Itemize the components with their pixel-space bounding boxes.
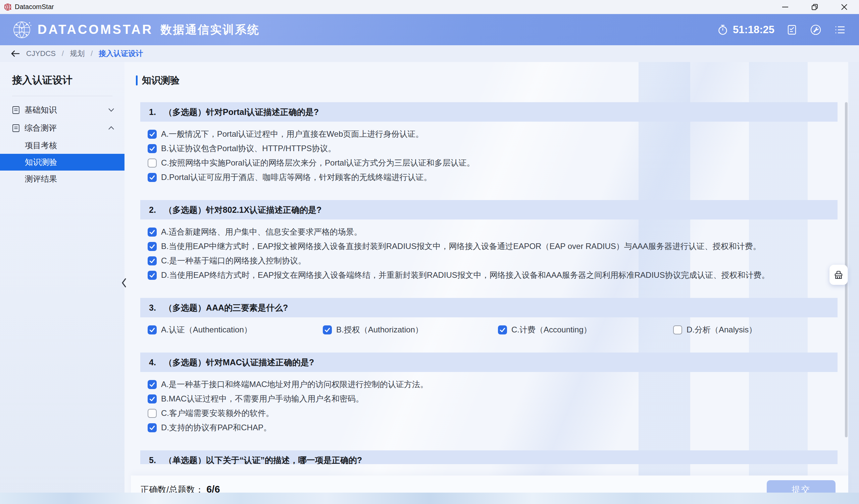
- option-label: C.是一种基于端口的网络接入控制协议。: [161, 255, 306, 266]
- clear-tool-button[interactable]: [829, 265, 848, 285]
- sidebar: 接入认证设计 基础知识 综合测评 项目考核 知识测验 测评结果: [0, 62, 124, 504]
- option-label: B.MAC认证过程中，不需要用户手动输入用户名和密码。: [161, 393, 364, 404]
- tools-button[interactable]: [809, 23, 822, 36]
- breadcrumb-separator: /: [62, 49, 64, 58]
- checkbox-unchecked-icon[interactable]: [148, 158, 157, 168]
- question-header: 3.（多选题）AAA的三要素是什么?: [140, 298, 838, 317]
- option-label: D.支持的协议有PAP和CHAP。: [161, 422, 271, 433]
- options-group: A.一般情况下，Portal认证过程中，用户直接在Web页面上进行身份认证。B.…: [131, 122, 848, 188]
- app-logo-icon: [3, 3, 12, 11]
- breadcrumb-item-planning[interactable]: 规划: [70, 49, 85, 59]
- question-block: 4.（多选题）针对MAC认证描述正确的是?A.是一种基于接口和终端MAC地址对用…: [131, 352, 848, 439]
- option-row[interactable]: C.计费（Accounting）: [498, 325, 673, 335]
- checkbox-checked-icon[interactable]: [498, 326, 507, 334]
- sidebar-collapse-handle[interactable]: [121, 278, 127, 288]
- sidebar-item-assessment-results[interactable]: 测评结果: [0, 171, 124, 187]
- question-title: （多选题）针对Portal认证描述正确的是?: [164, 107, 319, 117]
- option-row[interactable]: A.认证（Authentication）: [148, 325, 323, 335]
- option-row[interactable]: B.MAC认证过程中，不需要用户手动输入用户名和密码。: [148, 394, 838, 404]
- checkbox-checked-icon[interactable]: [148, 130, 157, 139]
- checkbox-unchecked-icon[interactable]: [148, 409, 157, 418]
- list-menu-icon: [833, 24, 847, 35]
- option-row[interactable]: B.当使用EAP中继方式时，EAP报文被网络接入设备直接封装到RADIUS报文中…: [148, 241, 838, 251]
- option-label: A.认证（Authentication）: [161, 325, 252, 335]
- brand-subtitle: 数据通信实训系统: [161, 22, 260, 37]
- option-label: D.Portal认证可应用于酒店、咖啡店等网络，针对顾客的无线终端进行认证。: [161, 172, 432, 183]
- section-title: 知识测验: [142, 74, 180, 87]
- option-label: A.适合新建网络、用户集中、信息安全要求严格的场景。: [161, 226, 362, 237]
- menu-button[interactable]: [833, 24, 847, 35]
- checkbox-checked-icon[interactable]: [148, 394, 157, 404]
- option-row[interactable]: A.适合新建网络、用户集中、信息安全要求严格的场景。: [148, 227, 838, 237]
- options-group: A.认证（Authentication）B.授权（Authorization）C…: [131, 317, 848, 341]
- option-label: C.计费（Accounting）: [511, 325, 591, 335]
- option-label: C.客户端需要安装额外的软件。: [161, 408, 274, 419]
- window-titlebar: DatacomStar: [0, 0, 859, 14]
- checkbox-checked-icon[interactable]: [148, 423, 157, 432]
- breadcrumb-item-project[interactable]: CJYDCS: [26, 49, 56, 58]
- option-row[interactable]: B.授权（Authorization）: [323, 325, 498, 335]
- option-label: C.按照网络中实施Poral认证的网络层次来分，Portal认证方式分为三层认证…: [161, 157, 475, 168]
- report-button[interactable]: [786, 24, 798, 36]
- option-row[interactable]: A.一般情况下，Portal认证过程中，用户直接在Web页面上进行身份认证。: [148, 129, 838, 139]
- option-label: B.当使用EAP中继方式时，EAP报文被网络接入设备直接封装到RADIUS报文中…: [161, 241, 761, 252]
- option-row[interactable]: D.Portal认证可应用于酒店、咖啡店等网络，针对顾客的无线终端进行认证。: [148, 172, 838, 182]
- option-label: A.是一种基于接口和终端MAC地址对用户的访问权限进行控制的认证方法。: [161, 379, 428, 390]
- app-header: DATACOMSTAR 数据通信实训系统 51:18:25: [0, 14, 859, 45]
- window-title: DatacomStar: [15, 3, 54, 11]
- sidebar-item-label: 综合测评: [25, 123, 57, 133]
- checkbox-checked-icon[interactable]: [148, 256, 157, 265]
- title-accent-bar: [136, 75, 138, 85]
- question-number: 4.: [149, 358, 156, 367]
- back-button[interactable]: [10, 49, 20, 58]
- sidebar-item-knowledge-quiz[interactable]: 知识测验: [0, 154, 124, 171]
- sidebar-item-basic-knowledge[interactable]: 基础知识: [0, 101, 124, 119]
- checkbox-checked-icon[interactable]: [148, 144, 157, 153]
- report-icon: [786, 24, 798, 36]
- option-label: B.授权（Authorization）: [336, 325, 423, 335]
- option-row[interactable]: A.是一种基于接口和终端MAC地址对用户的访问权限进行控制的认证方法。: [148, 379, 838, 389]
- option-row[interactable]: C.是一种基于端口的网络接入控制协议。: [148, 256, 838, 266]
- question-list: 1.（多选题）针对Portal认证描述正确的是?A.一般情况下，Portal认证…: [131, 102, 848, 464]
- header-actions: 51:18:25: [717, 23, 847, 36]
- checkbox-checked-icon[interactable]: [148, 242, 157, 251]
- sidebar-item-project-assessment[interactable]: 项目考核: [0, 137, 124, 154]
- question-block: 5.（单选题）以下关于“认证”的描述，哪一项是正确的?A.认证是指确认用户的身份…: [131, 451, 848, 464]
- option-row[interactable]: D.分析（Analysis）: [673, 325, 848, 335]
- document-icon: [12, 124, 20, 132]
- restore-button[interactable]: [800, 0, 829, 14]
- restore-icon: [811, 3, 819, 11]
- breadcrumb-separator: /: [91, 49, 93, 58]
- minimize-button[interactable]: [770, 0, 800, 14]
- chevron-up-icon: [108, 126, 115, 130]
- brand: DATACOMSTAR 数据通信实训系统: [12, 20, 260, 40]
- sidebar-item-comprehensive-assessment[interactable]: 综合测评: [0, 119, 124, 137]
- session-timer: 51:18:25: [717, 24, 774, 36]
- sidebar-title: 接入认证设计: [0, 74, 124, 87]
- option-row[interactable]: C.按照网络中实施Poral认证的网络层次来分，Portal认证方式分为三层认证…: [148, 158, 838, 168]
- question-block: 1.（多选题）针对Portal认证描述正确的是?A.一般情况下，Portal认证…: [131, 102, 848, 188]
- option-label: D.当使用EAP终结方式时，EAP报文在网络接入设备端终结，并重新封装到RADI…: [161, 270, 769, 281]
- quiz-scroll-area[interactable]: 1.（多选题）针对Portal认证描述正确的是?A.一般情况下，Portal认证…: [131, 91, 848, 464]
- window-controls: [770, 0, 859, 14]
- option-label: A.一般情况下，Portal认证过程中，用户直接在Web页面上进行身份认证。: [161, 129, 423, 139]
- checkbox-checked-icon[interactable]: [148, 271, 157, 280]
- checkbox-checked-icon[interactable]: [148, 380, 157, 389]
- close-button[interactable]: [829, 0, 859, 14]
- question-title: （多选题）针对802.1X认证描述正确的是?: [164, 204, 322, 216]
- checkbox-checked-icon[interactable]: [148, 173, 157, 182]
- brand-name: DATACOMSTAR: [37, 22, 153, 37]
- checkbox-checked-icon[interactable]: [323, 326, 332, 334]
- breadcrumb: CJYDCS / 规划 / 接入认证设计: [0, 45, 859, 62]
- question-title: （多选题）针对MAC认证描述正确的是?: [164, 357, 314, 368]
- question-header: 2.（多选题）针对802.1X认证描述正确的是?: [140, 200, 838, 220]
- checkbox-checked-icon[interactable]: [148, 227, 157, 237]
- option-row[interactable]: B.认证协议包含Portal协议、HTTP/HTTPS协议。: [148, 143, 838, 154]
- question-title: （单选题）以下关于“认证”的描述，哪一项是正确的?: [164, 455, 362, 464]
- checkbox-unchecked-icon[interactable]: [673, 326, 682, 334]
- option-row[interactable]: C.客户端需要安装额外的软件。: [148, 408, 838, 418]
- option-row[interactable]: D.当使用EAP终结方式时，EAP报文在网络接入设备端终结，并重新封装到RADI…: [148, 270, 838, 280]
- checkbox-checked-icon[interactable]: [148, 326, 157, 334]
- option-row[interactable]: D.支持的协议有PAP和CHAP。: [148, 423, 838, 432]
- question-number: 3.: [149, 303, 156, 313]
